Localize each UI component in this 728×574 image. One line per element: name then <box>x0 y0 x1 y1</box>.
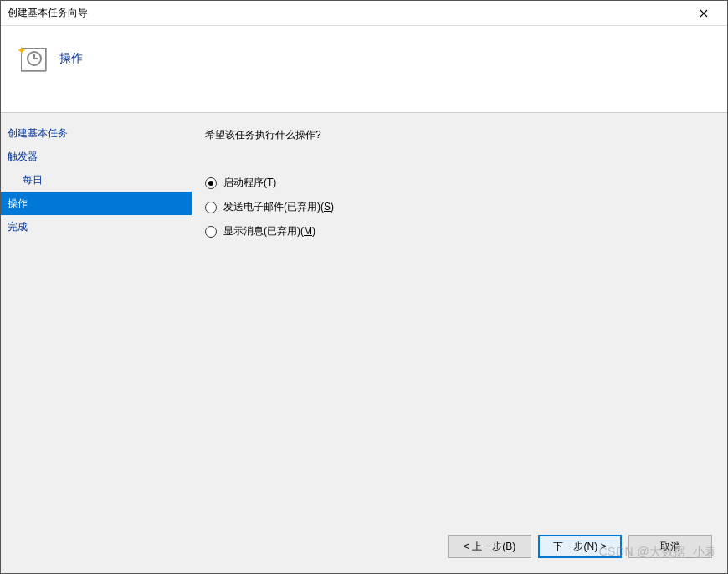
radio-start-program[interactable]: 启动程序(T) <box>205 176 710 190</box>
next-button[interactable]: 下一步(N) > <box>538 535 622 558</box>
content-area: 创建基本任务 触发器 每日 操作 完成 希望该任务执行什么操作? 启动程序(T)… <box>1 113 727 573</box>
sidebar-item-label: 完成 <box>8 220 28 234</box>
clock-icon: ✦ <box>18 44 46 73</box>
sidebar-item-trigger[interactable]: 触发器 <box>1 145 192 168</box>
back-button[interactable]: < 上一步(B) <box>448 535 531 558</box>
sidebar-item-label: 每日 <box>23 173 43 187</box>
sidebar-item-label: 创建基本任务 <box>8 126 68 141</box>
sidebar-item-action[interactable]: 操作 <box>1 192 192 215</box>
sidebar-item-label: 触发器 <box>8 150 38 164</box>
radio-indicator <box>205 177 217 189</box>
wizard-steps-sidebar: 创建基本任务 触发器 每日 操作 完成 <box>1 113 192 573</box>
radio-indicator <box>205 226 217 238</box>
main-panel: 希望该任务执行什么操作? 启动程序(T) 发送电子邮件(已弃用)(S) 显示消息… <box>192 113 727 573</box>
page-title: 操作 <box>59 44 83 66</box>
radio-label: 发送电子邮件(已弃用)(S) <box>223 200 334 214</box>
action-radio-group: 启动程序(T) 发送电子邮件(已弃用)(S) 显示消息(已弃用)(M) <box>205 176 710 238</box>
radio-label: 显示消息(已弃用)(M) <box>223 224 315 238</box>
sidebar-item-finish[interactable]: 完成 <box>1 215 192 238</box>
cancel-button[interactable]: 取消 <box>628 535 712 558</box>
radio-send-email[interactable]: 发送电子邮件(已弃用)(S) <box>205 200 710 214</box>
wizard-button-bar: < 上一步(B) 下一步(N) > 取消 <box>448 535 712 558</box>
close-icon <box>700 9 708 18</box>
close-button[interactable] <box>687 2 720 25</box>
sidebar-item-create-task[interactable]: 创建基本任务 <box>1 121 192 145</box>
action-prompt: 希望该任务执行什么操作? <box>205 128 710 142</box>
radio-indicator <box>205 202 217 213</box>
sidebar-item-label: 操作 <box>8 197 28 211</box>
titlebar: 创建基本任务向导 <box>1 1 727 26</box>
radio-label: 启动程序(T) <box>223 176 276 190</box>
radio-show-message[interactable]: 显示消息(已弃用)(M) <box>205 224 710 238</box>
window-title: 创建基本任务向导 <box>8 6 687 20</box>
sidebar-item-daily[interactable]: 每日 <box>1 168 192 192</box>
wizard-header: ✦ 操作 <box>1 26 727 113</box>
